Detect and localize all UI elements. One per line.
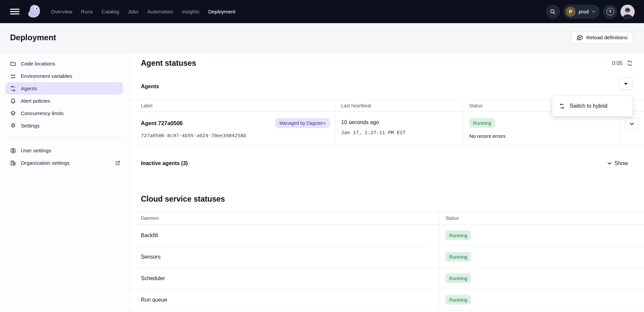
folder-icon <box>10 61 16 67</box>
top-nav: Overview Runs Catalog Jobs Automation In… <box>0 0 644 23</box>
page-title: Deployment <box>10 33 56 42</box>
agents-heading: Agents <box>141 84 159 90</box>
sidebar-item-label: User settings <box>21 148 51 154</box>
env-vars-icon: *** <box>10 73 16 79</box>
help-button[interactable]: ? <box>603 5 617 19</box>
status-badge: Running <box>469 118 495 128</box>
cloud-services-table: Daemon Status Backfill Running Sensors R… <box>130 211 644 311</box>
refresh-icon[interactable] <box>627 60 633 66</box>
sidebar-item-label: Code locations <box>21 61 55 67</box>
status-badge: Running <box>445 273 471 283</box>
gear-icon: ⚙ <box>10 123 16 129</box>
show-label: Show <box>614 160 628 166</box>
sidebar-item-concurrency-limits[interactable]: Concurrency limits <box>0 107 130 119</box>
sidebar-item-label: Concurrency limits <box>21 110 63 116</box>
sidebar-item-user-settings[interactable]: User settings <box>0 144 130 157</box>
daemon-row-backfill: Backfill Running <box>130 225 644 246</box>
column-header-last-heartbeat: Last heartbeat <box>335 100 464 111</box>
cloud-service-statuses-title: Cloud service statuses <box>141 195 225 204</box>
agent-label-cell: Agent 727a0506 Managed by Dagster+ 727a0… <box>130 112 335 146</box>
avatar-image <box>621 5 635 19</box>
agent-statuses-title: Agent statuses <box>141 59 196 68</box>
refresh-status: 0:05 <box>612 60 633 66</box>
heartbeat-timestamp: Jan 17, 1:27:11 PM EST <box>341 130 458 135</box>
agent-sync-icon <box>559 103 565 109</box>
daemon-name: Run queue <box>130 289 439 310</box>
menu-item-label: Switch to hybrid <box>570 103 607 109</box>
chevron-down-icon <box>607 162 611 165</box>
column-header-status: Status <box>439 211 644 224</box>
reload-definitions-button[interactable]: Reload definitions <box>571 32 633 44</box>
heartbeat-relative: 10 seconds ago <box>336 112 464 125</box>
sidebar-item-label: Organization settings <box>21 160 70 166</box>
column-header-label: Label <box>130 100 335 111</box>
agent-row: Agent 727a0506 Managed by Dagster+ 727a0… <box>130 112 644 146</box>
nav-item-jobs[interactable]: Jobs <box>128 9 139 14</box>
sidebar-item-code-locations[interactable]: Code locations <box>0 57 130 70</box>
caret-down-icon <box>624 83 628 85</box>
status-detail: No recent errors <box>469 133 505 139</box>
show-inactive-toggle[interactable]: Show <box>607 160 628 166</box>
page-header: Deployment Reload definitions <box>0 23 644 52</box>
cloud-table-header: Daemon Status <box>130 211 644 225</box>
sidebar-item-label: Settings <box>21 123 40 129</box>
external-link-icon <box>115 160 120 166</box>
chevron-down-icon <box>592 10 595 13</box>
daemon-name: Backfill <box>130 225 439 246</box>
daemon-name: Scheduler <box>130 268 439 289</box>
deployment-avatar: P <box>566 7 576 17</box>
agent-sync-icon <box>10 86 16 92</box>
agent-actions-cell <box>619 112 644 146</box>
inactive-agents-heading: Inactive agents (3) <box>141 160 188 166</box>
sidebar-divider <box>5 138 124 138</box>
agent-id: 727a0506-8c97-4b95-a024-70ee3984258b <box>141 133 330 138</box>
column-header-daemon: Daemon <box>130 211 439 224</box>
agent-name: Agent 727a0506 <box>141 120 183 126</box>
building-icon <box>10 160 16 166</box>
sidebar-item-organization-settings[interactable]: Organization settings <box>0 157 130 169</box>
sidebar-item-settings[interactable]: ⚙ Settings <box>0 119 130 132</box>
user-avatar[interactable] <box>621 5 635 19</box>
inactive-agents-row: Inactive agents (3) Show <box>141 160 628 166</box>
help-icon: ? <box>606 8 614 15</box>
managed-badge: Managed by Dagster+ <box>275 118 330 128</box>
search-icon <box>549 8 556 15</box>
daemon-row-run-queue: Run queue Running <box>130 289 644 311</box>
sidebar-item-label: Alert policies <box>21 98 50 104</box>
deployment-name: prod <box>579 9 589 14</box>
nav-item-overview[interactable]: Overview <box>51 9 72 14</box>
chevron-down-icon <box>630 122 634 125</box>
sidebar-item-agents[interactable]: Agents <box>5 82 123 95</box>
svg-text:***: *** <box>11 73 16 77</box>
nav-item-deployment[interactable]: Deployment <box>208 9 235 14</box>
deployment-switcher[interactable]: P prod <box>563 5 600 19</box>
user-circle-icon <box>10 148 16 154</box>
nav-right-cluster: P prod ? <box>546 5 635 19</box>
agent-status-cell: Running No recent errors <box>464 112 619 146</box>
nav-item-automation[interactable]: Automation <box>147 9 173 14</box>
daemon-row-sensors: Sensors Running <box>130 246 644 268</box>
sidebar-item-label: Agents <box>21 86 37 92</box>
layers-icon <box>10 110 16 116</box>
status-badge: Running <box>445 230 471 240</box>
sidebar-item-alert-policies[interactable]: Alert policies <box>0 95 130 107</box>
reload-definitions-label: Reload definitions <box>586 35 628 41</box>
daemon-name: Sensors <box>130 246 439 267</box>
menu-item-switch-to-hybrid[interactable]: Switch to hybrid <box>552 98 633 114</box>
nav-links: Overview Runs Catalog Jobs Automation In… <box>51 9 235 14</box>
sidebar: Code locations *** Environment variables… <box>0 52 130 312</box>
agents-menu-button[interactable] <box>619 77 633 90</box>
search-button[interactable] <box>546 5 560 19</box>
dagster-logo[interactable] <box>26 4 42 19</box>
bell-icon <box>10 98 16 104</box>
agent-row-menu-button[interactable] <box>625 118 638 130</box>
agent-heartbeat-cell: 10 seconds ago Jan 17, 1:27:11 PM EST <box>335 112 464 146</box>
nav-item-insights[interactable]: Insights <box>182 9 200 14</box>
status-badge: Running <box>445 295 471 305</box>
nav-item-catalog[interactable]: Catalog <box>102 9 119 14</box>
sidebar-item-environment-variables[interactable]: *** Environment variables <box>0 70 130 82</box>
refresh-countdown: 0:05 <box>612 60 623 66</box>
reload-cube-icon <box>577 34 583 41</box>
nav-item-runs[interactable]: Runs <box>81 9 93 14</box>
menu-icon[interactable] <box>10 9 19 14</box>
